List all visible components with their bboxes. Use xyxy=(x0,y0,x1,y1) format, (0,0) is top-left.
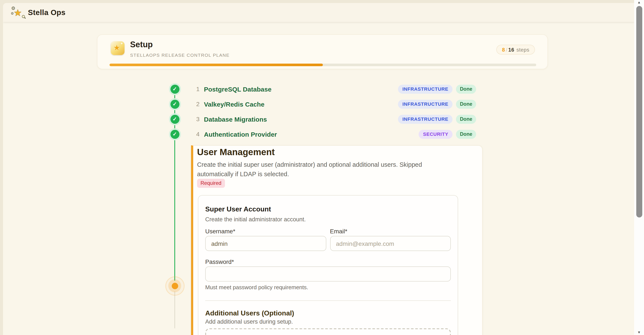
scrollbar-thumb[interactable] xyxy=(636,6,642,217)
step-3-check-circle: ✓ xyxy=(170,115,179,124)
check-icon: ✓ xyxy=(172,132,177,137)
step-badges: SECURITY Done xyxy=(419,130,476,139)
check-icon: ✓ xyxy=(172,117,177,122)
page-subtitle: STELLAOPS RELEASE CONTROL PLANE xyxy=(130,53,230,58)
email-field[interactable] xyxy=(330,236,451,251)
setup-progress-bar-fill xyxy=(110,64,323,66)
super-user-card: Super User Account Create the initial ad… xyxy=(198,195,458,335)
step-title: PostgreSQL Database xyxy=(204,85,272,93)
email-label: Email* xyxy=(330,228,451,235)
timeline-line-upcoming xyxy=(174,291,176,328)
user-management-panel: User Management Create the initial super… xyxy=(191,145,482,335)
panel-description: Create the initial super user (administr… xyxy=(197,160,438,179)
panel-title: User Management xyxy=(197,147,275,157)
step-4-check-circle: ✓ xyxy=(170,130,179,139)
step-number: 1 xyxy=(196,86,202,92)
step-2-check-circle: ✓ xyxy=(170,100,179,109)
step-badges: INFRASTRUCTURE Done xyxy=(398,100,476,109)
required-badge: Required xyxy=(197,179,225,188)
app-surface: ⚙ ⚙ ★ Stella Ops ★ ✦ Setup STELLAOPS REL… xyxy=(3,3,634,335)
additional-users-subheading: Add additional users during setup. xyxy=(205,318,451,325)
form-labels-row: Username* Email* xyxy=(205,228,451,235)
step-row-valkey-redis-cache[interactable]: 2 Valkey/Redis Cache INFRASTRUCTURE Done xyxy=(196,98,476,110)
scrollbar-down-arrow-icon[interactable]: ▼ xyxy=(634,331,644,334)
star-icon: ★ xyxy=(14,7,22,19)
step-badges: INFRASTRUCTURE Done xyxy=(398,85,476,94)
step-row-postgresql-database[interactable]: 1 PostgreSQL Database INFRASTRUCTURE Don… xyxy=(196,83,476,95)
step-badges: INFRASTRUCTURE Done xyxy=(398,115,476,124)
super-user-heading: Super User Account xyxy=(205,205,451,214)
sparkle-icon: ✦ xyxy=(120,42,123,46)
password-field[interactable] xyxy=(205,266,451,281)
username-field[interactable] xyxy=(205,236,326,251)
setup-progress-bar xyxy=(110,64,536,66)
category-badge: SECURITY xyxy=(419,130,453,139)
section-divider xyxy=(205,300,451,301)
category-badge: INFRASTRUCTURE xyxy=(398,100,452,109)
status-badge: Done xyxy=(456,100,476,109)
step-number: 3 xyxy=(196,116,202,123)
step-number: 2 xyxy=(196,101,202,107)
magnifier-icon xyxy=(22,15,25,18)
check-icon: ✓ xyxy=(172,86,177,92)
step-1-check-circle: ✓ xyxy=(170,85,179,94)
status-badge: Done xyxy=(456,130,476,139)
current-step-marker-dot xyxy=(172,282,178,289)
stella-ops-logo: ⚙ ⚙ ★ xyxy=(13,7,24,18)
steps-count-separator: / xyxy=(506,47,507,53)
password-helper-text: Must meet password policy requirements. xyxy=(205,284,451,291)
category-badge: INFRASTRUCTURE xyxy=(398,115,452,124)
page-title: Setup xyxy=(130,40,153,50)
username-label: Username* xyxy=(205,228,326,235)
setup-logo-tile: ★ ✦ xyxy=(111,41,124,55)
check-icon: ✓ xyxy=(172,101,177,107)
steps-done-count: 8 xyxy=(502,47,505,53)
page-background: ⚙ ⚙ ★ Stella Ops ★ ✦ Setup STELLAOPS REL… xyxy=(0,0,644,335)
star-icon: ★ xyxy=(113,43,120,53)
step-title: Authentication Provider xyxy=(204,130,277,138)
status-badge: Done xyxy=(456,115,476,124)
brand-name: Stella Ops xyxy=(28,8,66,17)
step-number: 4 xyxy=(196,131,202,138)
gear-icon: ⚙ xyxy=(11,12,14,16)
scrollbar[interactable]: ▲ ▼ xyxy=(634,0,644,335)
step-title: Database Migrations xyxy=(204,115,267,123)
super-user-subheading: Create the initial administrator account… xyxy=(205,216,451,223)
step-row-database-migrations[interactable]: 3 Database Migrations INFRASTRUCTURE Don… xyxy=(196,113,476,125)
scrollbar-up-arrow-icon[interactable]: ▲ xyxy=(634,1,644,4)
steps-total-count: 16 xyxy=(508,47,514,53)
password-label: Password* xyxy=(205,258,451,266)
category-badge: INFRASTRUCTURE xyxy=(398,85,452,94)
step-title: Valkey/Redis Cache xyxy=(204,100,264,108)
steps-count-suffix: steps xyxy=(516,47,529,53)
step-row-authentication-provider[interactable]: 4 Authentication Provider SECURITY Done xyxy=(196,129,476,140)
status-badge: Done xyxy=(456,85,476,94)
top-header-bar: ⚙ ⚙ ★ Stella Ops xyxy=(3,3,634,22)
setup-header-card: ★ ✦ Setup STELLAOPS RELEASE CONTROL PLAN… xyxy=(97,34,548,69)
form-inputs-row xyxy=(205,236,451,251)
add-another-user-button[interactable]: + Add Another User xyxy=(205,328,451,335)
additional-users-heading: Additional Users (Optional) xyxy=(205,309,451,317)
steps-counter-badge: 8 / 16 steps xyxy=(496,45,535,55)
